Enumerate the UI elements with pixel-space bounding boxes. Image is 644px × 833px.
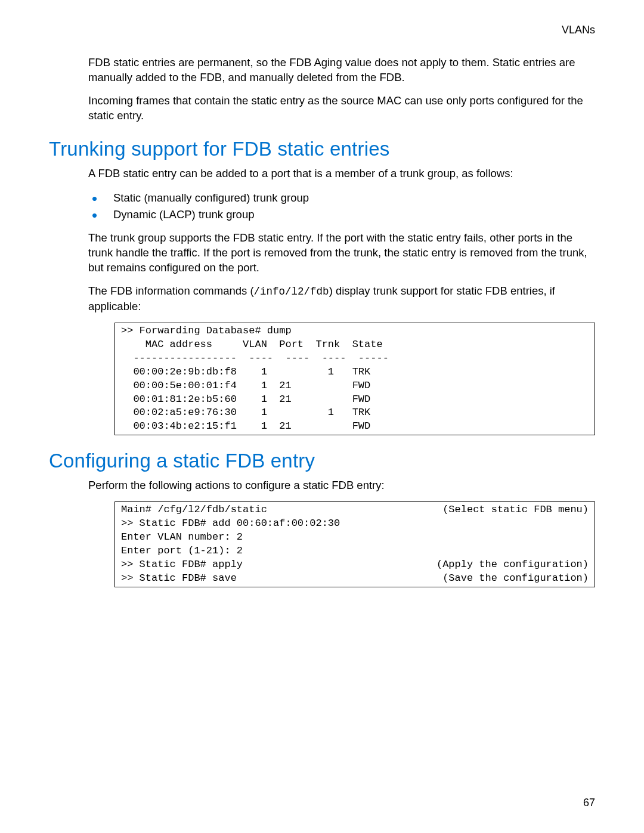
code-line: 00:02:a5:e9:76:30 1 1 TRK — [121, 407, 370, 418]
inline-code: /info/l2/fdb — [254, 286, 329, 298]
section1-paragraph-1: A FDB static entry can be added to a por… — [49, 166, 595, 181]
section1-paragraph-3: The FDB information commands (/info/l2/f… — [49, 284, 595, 314]
code-line: Main# /cfg/l2/fdb/static(Select static F… — [121, 503, 589, 517]
code-line: MAC address VLAN Port Trnk State — [121, 339, 383, 350]
code-line: 00:01:81:2e:b5:60 1 21 FWD — [121, 394, 370, 405]
code-line: >> Static FDB# add 00:60:af:00:02:30 — [121, 517, 589, 531]
list-item: Static (manually configured) trunk group — [113, 190, 595, 206]
static-fdb-config-output: Main# /cfg/l2/fdb/static(Select static F… — [114, 501, 595, 587]
code-line: Enter port (1-21): 2 — [121, 544, 589, 558]
page-number: 67 — [583, 797, 595, 809]
code-line: ----------------- ---- ---- ---- ----- — [121, 352, 389, 364]
intro-paragraph-2: Incoming frames that contain the static … — [49, 94, 595, 123]
code-line: >> Static FDB# save(Save the configurati… — [121, 572, 589, 586]
header-section-label: VLANs — [49, 24, 595, 36]
fdb-dump-output: >> Forwarding Database# dump MAC address… — [114, 323, 595, 436]
section2-paragraph-1: Perform the following actions to configu… — [49, 478, 595, 493]
section-heading-trunking: Trunking support for FDB static entries — [49, 138, 595, 160]
section1-paragraph-2: The trunk group supports the FDB static … — [49, 231, 595, 275]
code-line: 00:00:2e:9b:db:f8 1 1 TRK — [121, 366, 370, 377]
text-fragment: The FDB information commands ( — [88, 284, 254, 297]
code-line: >> Forwarding Database# dump — [121, 325, 292, 336]
page: VLANs FDB static entries are permanent, … — [0, 0, 644, 833]
code-line: Enter VLAN number: 2 — [121, 531, 589, 544]
intro-paragraph-1: FDB static entries are permanent, so the… — [49, 55, 595, 85]
bullet-list: Static (manually configured) trunk group… — [49, 190, 595, 223]
code-line: 00:00:5e:00:01:f4 1 21 FWD — [121, 380, 370, 391]
code-line: >> Static FDB# apply(Apply the configura… — [121, 558, 589, 572]
list-item: Dynamic (LACP) trunk group — [113, 206, 595, 223]
code-line: 00:03:4b:e2:15:f1 1 21 FWD — [121, 420, 370, 432]
section-heading-configuring: Configuring a static FDB entry — [49, 450, 595, 472]
